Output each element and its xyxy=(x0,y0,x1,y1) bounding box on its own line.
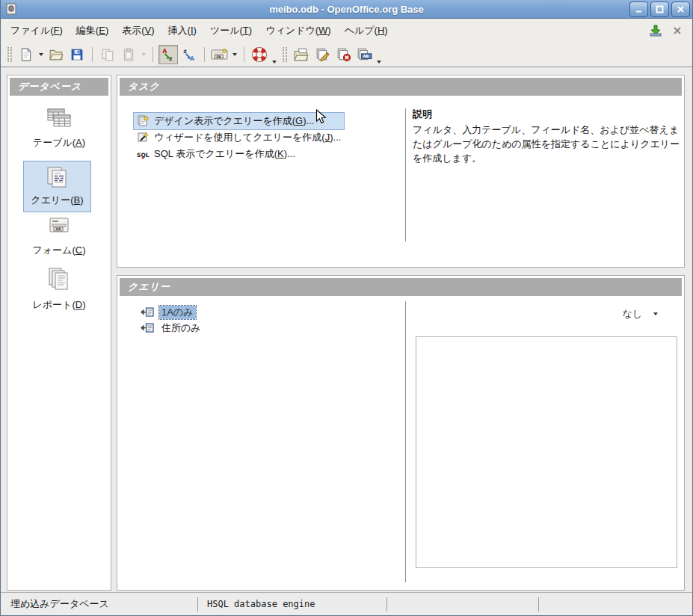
delete-database-object-button[interactable] xyxy=(333,45,353,64)
query-wizard-icon xyxy=(137,132,150,144)
minimize-button[interactable] xyxy=(629,1,648,17)
title-bar: meibo.odb - OpenOffice.org Base xyxy=(1,0,692,19)
status-bar: 埋め込みデータベース HSQL database engine xyxy=(1,592,692,615)
open-document-button[interactable] xyxy=(46,45,66,64)
task-create-query-sql[interactable]: SQL SQL 表示でクエリーを作成(K)... xyxy=(134,146,344,162)
query-item-label: 1Aのみ xyxy=(159,306,196,319)
toolbar-separator xyxy=(92,47,93,62)
svg-text:OK: OK xyxy=(56,227,62,231)
menu-bar: ファイル(F) 編集(E) 表示(V) 挿入(I) ツール(T) ウィンドウ(W… xyxy=(1,19,692,42)
sort-ascending-button[interactable]: A z xyxy=(158,45,178,64)
menu-window[interactable]: ウィンドウ(W) xyxy=(259,21,337,40)
paste-dropdown-icon[interactable] xyxy=(141,53,146,56)
query-item-label: 住所のみ xyxy=(159,321,203,335)
queries-panel: クエリー 1Aのみ xyxy=(117,275,685,591)
form-button[interactable]: OK xyxy=(210,45,230,64)
sidebar-item-forms[interactable]: OK フォーム(C) xyxy=(7,216,111,257)
close-document-icon[interactable] xyxy=(673,26,682,35)
help-agent-dropdown-icon[interactable] xyxy=(272,61,277,64)
maximize-button[interactable] xyxy=(650,1,669,17)
copy-button[interactable] xyxy=(98,45,117,64)
menu-help[interactable]: ヘルプ(H) xyxy=(338,21,395,40)
query-design-icon xyxy=(137,115,150,127)
close-button[interactable] xyxy=(671,1,690,17)
status-database-type: 埋め込みデータベース xyxy=(1,593,197,615)
database-panel-header: データベース xyxy=(10,78,108,96)
sidebar-item-queries[interactable]: クエリー(B) xyxy=(23,161,91,212)
main-content: データベース テーブル(A) クエリー(B) xyxy=(1,67,692,592)
toolbar-separator xyxy=(204,47,205,62)
rename-database-object-button[interactable]: AB xyxy=(354,45,374,64)
app-icon xyxy=(4,2,18,16)
sort-descending-button[interactable]: z A xyxy=(179,45,199,64)
menu-file[interactable]: ファイル(F) xyxy=(4,21,70,40)
query-item-1a[interactable]: 1Aのみ xyxy=(140,304,203,320)
sidebar-item-label: クエリー(B) xyxy=(31,194,83,207)
query-item-address[interactable]: 住所のみ xyxy=(140,320,203,336)
toolbar-grip[interactable] xyxy=(283,47,287,62)
svg-text:OK: OK xyxy=(216,54,221,58)
toolbar-overflow-dropdown-icon[interactable] xyxy=(377,61,381,64)
form-dropdown-icon[interactable] xyxy=(232,53,237,56)
task-label: デザイン表示でクエリーを作成(G)... xyxy=(154,114,314,128)
new-document-dropdown-icon[interactable] xyxy=(39,53,43,56)
mouse-cursor xyxy=(315,109,327,125)
application-window: meibo.odb - OpenOffice.org Base ファイル(F) … xyxy=(0,0,693,616)
tables-icon xyxy=(43,107,75,132)
svg-text:A: A xyxy=(162,47,167,54)
document-preview-area xyxy=(416,336,677,568)
menu-edit[interactable]: 編集(E) xyxy=(70,21,115,40)
query-object-icon xyxy=(140,323,154,333)
reports-icon xyxy=(43,266,75,295)
toolbar-separator xyxy=(244,47,244,62)
sidebar-item-label: フォーム(C) xyxy=(33,244,86,257)
open-database-object-button[interactable] xyxy=(292,45,311,64)
task-description-title: 説明 xyxy=(413,107,686,121)
new-document-button[interactable] xyxy=(16,45,36,64)
task-description: 説明 フィルタ、入力テーブル、フィールド名、および並べ替えまたはグループ化のため… xyxy=(413,107,686,165)
query-sql-icon: SQL xyxy=(137,148,150,160)
task-list: デザイン表示でクエリーを作成(G)... ウィザードを使用してクエリーを作成(J… xyxy=(134,113,344,162)
database-panel: データベース テーブル(A) クエリー(B) xyxy=(7,75,111,591)
paste-button[interactable] xyxy=(119,45,138,64)
sidebar-item-reports[interactable]: レポート(D) xyxy=(7,266,111,312)
queries-panel-header: クエリー xyxy=(120,278,682,296)
toolbar-separator xyxy=(153,47,153,62)
help-agent-button[interactable] xyxy=(250,45,269,64)
sidebar-item-label: テーブル(A) xyxy=(33,136,85,150)
status-divider xyxy=(538,597,539,612)
preview-dropdown[interactable]: なし xyxy=(622,307,660,321)
svg-text:AB: AB xyxy=(363,54,369,58)
preview-dropdown-value: なし xyxy=(622,307,642,321)
status-database-engine: HSQL database engine xyxy=(197,593,386,615)
query-list: 1Aのみ 住所のみ xyxy=(140,304,203,336)
menu-tools[interactable]: ツール(T) xyxy=(203,21,259,40)
document-update-icon[interactable] xyxy=(649,25,662,37)
preview-dropdown-arrow-icon xyxy=(653,312,658,315)
status-divider xyxy=(386,597,387,612)
window-title: meibo.odb - OpenOffice.org Base xyxy=(1,4,692,15)
queries-icon xyxy=(42,164,73,190)
edit-database-object-button[interactable] xyxy=(312,45,332,64)
menu-insert[interactable]: 挿入(I) xyxy=(161,21,203,40)
tasks-panel: タスク デザイン表示でクエリーを作成(G)... xyxy=(117,75,685,268)
toolbar-grip[interactable] xyxy=(7,47,12,62)
task-create-query-wizard[interactable]: ウィザードを使用してクエリーを作成(J)... xyxy=(134,129,344,146)
query-object-icon xyxy=(140,307,154,317)
task-label: ウィザードを使用してクエリーを作成(J)... xyxy=(154,131,341,144)
tasks-panel-header: タスク xyxy=(120,78,682,96)
task-create-query-design[interactable]: デザイン表示でクエリーを作成(G)... xyxy=(134,113,344,129)
forms-icon: OK xyxy=(43,216,75,240)
task-description-body: フィルタ、入力テーブル、フィールド名、および並べ替えまたはグループ化のための属性… xyxy=(413,123,686,165)
task-label: SQL 表示でクエリーを作成(K)... xyxy=(154,147,295,161)
sidebar-item-tables[interactable]: テーブル(A) xyxy=(7,107,111,150)
queries-divider xyxy=(405,301,406,582)
save-document-button[interactable] xyxy=(67,45,87,64)
main-toolbar: A z z A OK xyxy=(1,42,692,67)
menu-view[interactable]: 表示(V) xyxy=(115,21,161,40)
sidebar-item-label: レポート(D) xyxy=(33,298,86,312)
tasks-divider xyxy=(405,108,406,241)
